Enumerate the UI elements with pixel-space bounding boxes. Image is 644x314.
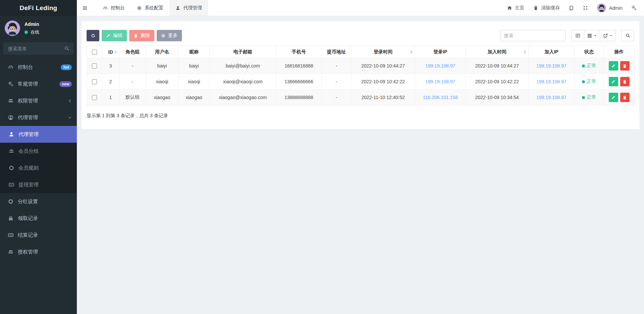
col-label: 加入IP: [544, 49, 558, 54]
cell-joinip: 199.19.108.97: [529, 90, 575, 105]
col-label: 登录时间: [374, 49, 393, 54]
sidebar-item-agent-manage[interactable]: 代理管理: [0, 109, 77, 126]
col-label: 状态: [584, 49, 594, 54]
sidebar-item-dividend-setting[interactable]: 分红设置: [0, 193, 77, 210]
sidebar-item-general-manage[interactable]: 常规管理new: [0, 76, 77, 92]
toggle-detail-view-button[interactable]: [571, 30, 584, 41]
cell-id: 1: [102, 90, 119, 105]
status-badge: 正常: [582, 79, 596, 85]
refresh-icon: [91, 34, 95, 38]
edit-button[interactable]: 编辑: [102, 30, 127, 41]
cell-username: baiyi: [146, 58, 179, 74]
sidebar-submenu: 代理管理会员分组会员规则提现管理: [0, 126, 77, 193]
user-menu[interactable]: Admin: [597, 3, 623, 12]
fullscreen-button[interactable]: [583, 5, 588, 10]
login-ip-link[interactable]: 116.206.101.158: [423, 95, 458, 100]
delete-row-button[interactable]: [620, 61, 630, 71]
login-ip-link[interactable]: 199.19.108.97: [425, 79, 455, 84]
cell-logintime: 2022-10-09 10:44:27: [351, 58, 415, 74]
cell-id: 2: [102, 74, 119, 90]
join-ip-link[interactable]: 199.19.108.97: [536, 63, 566, 69]
sidebar-item-label: 提现管理: [18, 182, 72, 188]
refresh-button[interactable]: [87, 30, 99, 41]
edit-row-button[interactable]: [609, 93, 618, 102]
navbar-right: 主页 清除缓存 Admin: [507, 3, 644, 12]
trash-icon: [623, 95, 627, 100]
cs-icon: [8, 232, 13, 238]
tab-system-config[interactable]: 系统配置: [131, 0, 169, 16]
cell-nickname: baiyi: [179, 58, 210, 74]
sort-carets-icon: [114, 50, 117, 54]
settings-button[interactable]: [632, 5, 637, 10]
cell-logintime: 2022-10-09 10:42:22: [351, 74, 415, 90]
delete-row-button[interactable]: [620, 93, 630, 102]
sidebar-item-member-group[interactable]: 会员分组: [0, 143, 77, 160]
columns-button[interactable]: [584, 30, 600, 41]
col-checkbox: [87, 46, 102, 58]
cell-loginip: 199.19.108.97: [415, 74, 466, 90]
table-wrap: ID角色组用户名昵称电子邮箱手机号提币地址登录时间登录IP加入时间加入IP状态操…: [87, 46, 634, 105]
users-icon: [8, 249, 13, 255]
cell-nickname: xiaoqi: [179, 74, 210, 90]
row-checkbox[interactable]: [92, 63, 97, 69]
edit-row-button[interactable]: [609, 61, 618, 71]
cell-joinip: 199.19.108.97: [529, 74, 575, 90]
join-ip-link[interactable]: 199.19.108.97: [536, 95, 566, 100]
join-ip-link[interactable]: 199.19.108.97: [536, 79, 566, 84]
tab-console[interactable]: 控制台: [97, 0, 131, 16]
gears-icon: [632, 5, 637, 10]
table-row: 1默认组xiaogaoxiaogaoxiaogao@xiaogao.com138…: [87, 90, 635, 105]
circle-o-icon: [9, 165, 14, 171]
sidebar-item-withdraw-manage[interactable]: 提现管理: [0, 176, 77, 193]
gauge-icon: [103, 6, 108, 10]
login-ip-link[interactable]: 199.19.108.97: [425, 63, 455, 69]
cell-status: 正常: [575, 90, 604, 105]
sidebar-item-settlement-record[interactable]: 结算记录: [0, 227, 77, 243]
status-dot-icon: [582, 64, 585, 68]
col-address: 提币地址: [322, 46, 351, 58]
col-email: 电子邮箱: [210, 46, 276, 58]
row-checkbox[interactable]: [92, 95, 97, 100]
sidebar-item-permission-manage[interactable]: 权限管理: [0, 92, 77, 109]
cell-checkbox: [87, 74, 102, 90]
trash-icon: [134, 34, 138, 38]
export-button[interactable]: [600, 30, 616, 41]
table-search-button[interactable]: [621, 30, 634, 41]
col-id[interactable]: ID: [102, 46, 119, 58]
tab-agent-manage[interactable]: 代理管理: [169, 0, 208, 16]
home-label: 主页: [515, 5, 524, 11]
pencil-icon: [611, 64, 615, 68]
delete-button[interactable]: 删除: [129, 30, 154, 41]
col-logintime[interactable]: 登录时间: [351, 46, 415, 58]
col-mobile: 手机号: [276, 46, 322, 58]
sidebar-item-member-rule[interactable]: 会员规则: [0, 160, 77, 176]
user-icon: [9, 132, 14, 137]
select-all-checkbox[interactable]: [92, 50, 97, 55]
records-summary: 显示第 1 到第 3 条记录，总共 3 条记录: [87, 113, 634, 119]
gear-icon: [161, 34, 165, 38]
col-jointime[interactable]: 加入时间: [466, 46, 529, 58]
tab-label: 代理管理: [183, 5, 202, 11]
user-icon: [176, 6, 180, 10]
sidebar-item-authorization-manage[interactable]: 授权管理: [0, 243, 77, 260]
home-link[interactable]: 主页: [507, 5, 524, 11]
sidebar-item-console[interactable]: 控制台hot: [0, 59, 77, 76]
table-search-input[interactable]: [500, 30, 566, 41]
new-badge: new: [59, 81, 72, 87]
cell-status: 正常: [575, 58, 604, 74]
docs-button[interactable]: [569, 5, 574, 10]
sidebar-item-claim-record[interactable]: 领取记录: [0, 210, 77, 227]
more-button[interactable]: 更多: [157, 30, 182, 41]
sidebar-toggle-button[interactable]: [81, 0, 89, 16]
cell-mobile: 13888888888: [276, 90, 322, 105]
sidebar-search-input[interactable]: [3, 42, 73, 55]
edit-row-button[interactable]: [609, 77, 618, 86]
sidebar-item-label: 控制台: [18, 64, 56, 71]
row-checkbox[interactable]: [92, 79, 97, 84]
sidebar-item-agent-list[interactable]: 代理管理: [0, 126, 77, 143]
clear-cache-link[interactable]: 清除缓存: [533, 5, 560, 11]
col-ops: 操作: [604, 46, 635, 58]
delete-row-button[interactable]: [620, 77, 630, 86]
pencil-icon: [106, 34, 110, 38]
edit-button-label: 编辑: [113, 33, 122, 39]
